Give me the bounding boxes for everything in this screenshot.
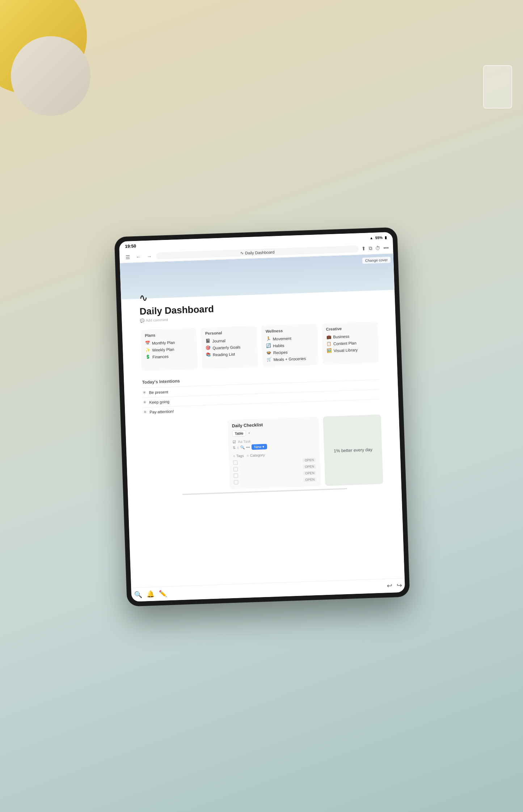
category-label: Category [250, 453, 265, 457]
star-icon-3: ✳ [143, 410, 147, 415]
share-icon[interactable]: ⬆ [361, 246, 366, 252]
sort-icon[interactable]: ↕ [237, 445, 239, 449]
ipad-screen: 19:50 ▲ 55% ▮ ☰ ← → ∿ Daily Dashboard ⬆ … [119, 232, 405, 602]
open-badge-3: OPEN [303, 471, 316, 475]
movement-icon: 🏃 [266, 337, 271, 341]
bell-toolbar-icon[interactable]: 🔔 [146, 590, 155, 599]
personal-section: Personal 📓 Journal ••• 🎯 Quarterly Goals [201, 326, 258, 369]
checkbox-3[interactable] [233, 474, 238, 478]
creative-section: Creative 💼 Business ••• 📋 Content Plan [321, 322, 379, 365]
visual-library-label: Visual Library [333, 347, 358, 352]
filter-icon[interactable]: ⇅ [232, 446, 235, 450]
wellness-title: Wellness [265, 327, 313, 334]
category-filter[interactable]: ○ Category [246, 453, 265, 458]
checkbox-4[interactable] [234, 480, 238, 485]
meals-label: Meals + Groceries [273, 356, 306, 361]
finances-item[interactable]: 💲 Finances ••• [145, 352, 193, 361]
quarterly-goals-label: Quarterly Goals [212, 345, 240, 350]
quarterly-goals-icon: 🎯 [206, 346, 211, 350]
tags-filter[interactable]: ○ Tags [233, 454, 244, 458]
status-icons: ▲ 55% ▮ [369, 235, 387, 240]
ipad-device: 19:50 ▲ 55% ▮ ☰ ← → ∿ Daily Dashboard ⬆ … [114, 228, 409, 606]
motivation-text: 1% better every day [333, 447, 372, 454]
habits-label: Habits [273, 343, 284, 348]
recipes-label: Recipes [273, 350, 287, 355]
weekly-plan-label: Weekly Plan [152, 347, 174, 352]
journal-icon: 📓 [205, 339, 210, 343]
undo-toolbar-icon[interactable]: ↩ [387, 582, 392, 590]
lamp-base [11, 36, 90, 116]
url-text: Daily Dashboard [245, 250, 274, 255]
reading-list-icon: 📚 [206, 352, 211, 357]
forward-button[interactable]: → [145, 253, 153, 260]
checklist-toolbar: Table + [232, 428, 315, 437]
change-cover-button[interactable]: Change cover [362, 257, 391, 264]
tags-label: Tags [236, 454, 244, 458]
checkbox-header-icon: ☑ [232, 440, 236, 444]
bottom-section: Daily Checklist Table + ☑ Aa Task ⇅ ↕ 🔍 … [125, 411, 401, 496]
task-column-label: Aa Task [238, 439, 251, 444]
toolbar-spacer [171, 586, 382, 593]
tab-icon[interactable]: ⧉ [368, 245, 372, 251]
more-icon[interactable]: ••• [383, 245, 388, 251]
table-button[interactable]: Table [232, 430, 246, 437]
meals-icon: 🛒 [266, 357, 271, 362]
back-button[interactable]: ← [134, 253, 143, 261]
movement-label: Movement [273, 336, 291, 341]
more-options-icon[interactable]: ••• [246, 445, 250, 449]
finances-label: Finances [152, 354, 168, 359]
creative-title: Creative [326, 325, 373, 331]
edit-toolbar-icon[interactable]: ✏️ [159, 589, 167, 598]
weekly-plan-icon: ✨ [145, 348, 150, 352]
plans-title: Plans [144, 332, 192, 338]
wifi-icon: ▲ [369, 236, 373, 240]
plus-icon[interactable]: + [248, 431, 250, 435]
wellness-section: Wellness 🏃 Movement ••• 🔄 Habits [261, 324, 319, 367]
star-icon-2: ✳ [143, 400, 146, 405]
finances-icon: 💲 [145, 355, 150, 359]
open-badge-4: OPEN [303, 477, 316, 482]
business-label: Business [333, 334, 349, 339]
battery-display: 55% [375, 236, 382, 240]
page-icon: ∿ [139, 292, 147, 304]
new-button-chevron: ▾ [262, 445, 264, 449]
clock-icon[interactable]: ⏱ [375, 245, 380, 251]
comment-icon: 💬 [140, 318, 144, 322]
habits-icon: 🔄 [266, 343, 271, 348]
star-icon-1: ✳ [142, 390, 146, 395]
time-display: 19:50 [125, 244, 136, 249]
monthly-plan-icon: 📅 [145, 341, 150, 346]
redo-toolbar-icon[interactable]: ↪ [396, 581, 402, 590]
content-plan-label: Content Plan [333, 341, 356, 346]
glass-decoration [483, 65, 512, 109]
intention-text-2: Keep going [149, 399, 169, 405]
plans-section: Plans 📅 Monthly Plan ••• ✨ Weekly Plan [140, 328, 198, 371]
open-badge-1: OPEN [303, 458, 316, 462]
page-content: Change cover ∿ Daily Dashboard 💬 Add com… [119, 254, 404, 588]
reading-list-item[interactable]: 📚 Reading List ••• [206, 350, 253, 359]
left-spacer [143, 420, 225, 492]
meals-item[interactable]: 🛒 Meals + Groceries ••• [266, 355, 314, 363]
visual-library-icon: 🖼️ [326, 348, 332, 353]
intention-text-1: Be present [149, 390, 168, 395]
search-toolbar-icon[interactable]: 🔍 [134, 591, 142, 599]
monthly-plan-label: Monthly Plan [152, 340, 175, 345]
checklist-section: Daily Checklist Table + ☑ Aa Task ⇅ ↕ 🔍 … [227, 417, 321, 490]
new-button[interactable]: New ▾ [251, 444, 267, 450]
main-sections: Plans 📅 Monthly Plan ••• ✨ Weekly Plan [122, 318, 397, 377]
content-plan-icon: 📋 [326, 341, 331, 346]
checklist-title: Daily Checklist [232, 420, 314, 428]
visual-library-item[interactable]: 🖼️ Visual Library ••• [326, 346, 374, 354]
add-comment-label: Add comment [145, 318, 168, 322]
tags-circle-icon: ○ [233, 454, 235, 458]
category-circle-icon: ○ [246, 453, 249, 457]
search-icon[interactable]: 🔍 [240, 445, 244, 449]
personal-title: Personal [205, 330, 252, 336]
new-button-label: New [254, 445, 261, 449]
battery-icon: ▮ [384, 235, 387, 239]
checkbox-2[interactable] [233, 467, 237, 471]
menu-button[interactable]: ☰ [124, 253, 132, 261]
motivation-card: 1% better every day [323, 415, 383, 486]
checkbox-1[interactable] [233, 461, 237, 465]
reading-list-label: Reading List [212, 352, 235, 357]
